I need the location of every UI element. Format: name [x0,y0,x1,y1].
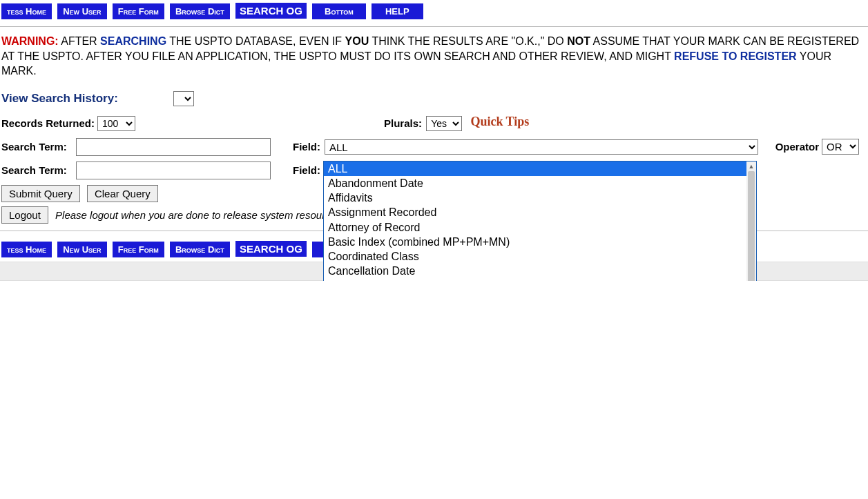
divider [0,26,868,27]
warning-text: WARNING: AFTER SEARCHING THE USPTO DATAB… [1,34,867,79]
submit-query-button[interactable]: Submit Query [1,185,80,202]
nav-new-user[interactable]: New User [57,3,106,19]
nav2-free-form[interactable]: Free Form [113,242,164,257]
field-option[interactable]: Assignment Recorded [324,205,746,219]
search-term-2-label: Search Term: [1,164,76,176]
scroll-thumb[interactable] [748,171,755,281]
field-option[interactable]: Change in Registration [324,278,746,280]
search-term-1-label: Search Term: [1,141,76,153]
top-nav: tess Home New User Free Form Browse Dict… [0,0,868,23]
field-option[interactable]: Basic Index (combined MP+PM+MN) [324,235,746,249]
field-option[interactable]: Attorney of Record [324,220,746,235]
field-option[interactable]: Abandonment Date [324,176,746,190]
view-history-select[interactable] [173,91,194,106]
field-option[interactable]: Cancellation Date [324,264,746,278]
operator-select[interactable]: OR [822,139,859,155]
link-refuse-to-register[interactable]: REFUSE TO REGISTER [674,50,797,62]
field-1-label: Field: [283,141,325,153]
field-1-select[interactable]: ALL [325,139,758,155]
nav-free-form[interactable]: Free Form [113,3,164,19]
nav2-browse-dict[interactable]: Browse Dict [170,242,230,257]
nav2-search-og[interactable]: SEARCH OG [235,241,307,257]
warning-label: WARNING: [1,35,59,47]
nav-browse-dict[interactable]: Browse Dict [170,3,230,19]
nav2-new-user[interactable]: New User [57,242,106,257]
nav-tess-home[interactable]: tess Home [1,3,52,19]
link-searching[interactable]: SEARCHING [100,35,166,47]
nav-help[interactable]: HELP [372,3,423,19]
nav-bottom[interactable]: Bottom [312,3,366,19]
clear-query-button[interactable]: Clear Query [87,185,158,202]
nav2-tess-home[interactable]: tess Home [1,242,52,257]
field-option[interactable]: ALL [324,162,746,176]
search-term-2-input[interactable] [76,162,271,179]
search-term-1-input[interactable] [76,138,271,156]
records-returned-select[interactable]: 100 [97,116,135,131]
plurals-label: Plurals: [384,117,422,129]
dropdown-scrollbar[interactable]: ▲ ▼ [746,162,756,281]
search-form: Search Term: Field: ALL Operator OR Sear… [0,138,868,224]
nav-search-og[interactable]: SEARCH OG [235,3,307,19]
operator-label: Operator [766,141,822,153]
field-option[interactable]: Coordinated Class [324,249,746,264]
field-dropdown-list[interactable]: ALLAbandonment DateAffidavitsAssignment … [323,161,757,281]
quick-tips-link[interactable]: Quick Tips [470,115,529,128]
records-returned-label: Records Returned: [1,117,95,129]
logout-button[interactable]: Logout [1,206,48,224]
scroll-up-icon[interactable]: ▲ [746,162,756,171]
field-option[interactable]: Affidavits [324,190,746,205]
field-2-label: Field: [283,164,325,176]
plurals-select[interactable]: Yes [426,116,462,131]
view-history-label: View Search History: [1,92,118,106]
